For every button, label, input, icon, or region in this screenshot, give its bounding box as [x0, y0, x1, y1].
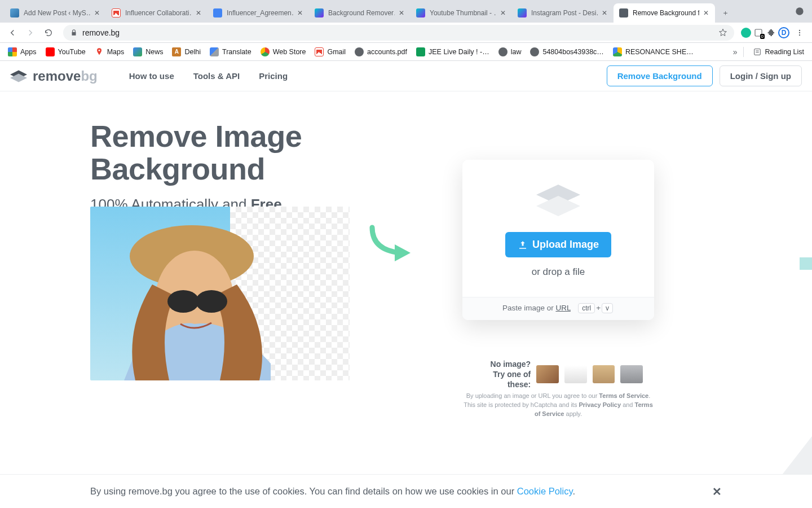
reading-list-button[interactable]: Reading List: [749, 45, 808, 59]
upload-button-label: Upload Image: [532, 239, 599, 251]
tab-title: Youtube Thumbnail - …: [430, 9, 496, 17]
chrome-menu-button[interactable]: [792, 25, 807, 41]
bookmark-jee[interactable]: JEE Live Daily ! -…: [413, 45, 493, 59]
forward-button: [23, 25, 38, 41]
browser-tab-active[interactable]: Remove Background f…✕: [614, 3, 715, 23]
browser-tab[interactable]: Instagram Post - Desi…✕: [512, 3, 614, 23]
bookmark-resonance[interactable]: RESONANCE SHE…: [610, 45, 697, 59]
pdf-icon: [530, 47, 539, 56]
kbd-v: v: [602, 303, 613, 313]
svg-rect-6: [754, 49, 760, 55]
tab-title: Background Remover…: [328, 9, 395, 17]
close-icon[interactable]: ✕: [92, 8, 102, 17]
browser-tab[interactable]: Influencer_Agreemen…✕: [208, 3, 309, 23]
new-tab-button[interactable]: ＋: [717, 5, 733, 21]
browser-tab[interactable]: Youtube Thumbnail - …✕: [411, 3, 512, 23]
cookie-close-button[interactable]: ✕: [712, 485, 722, 498]
bookmark-label: RESONANCE SHE…: [625, 48, 694, 56]
bookmark-label: accounts.pdf: [367, 48, 407, 56]
paste-hint-text: Paste image or: [502, 304, 556, 312]
url-link[interactable]: URL: [555, 304, 571, 312]
close-icon[interactable]: ✕: [194, 8, 203, 17]
drive-icon: [613, 47, 622, 56]
sample-image[interactable]: [536, 365, 559, 383]
nav-how-to-use[interactable]: How to use: [129, 71, 174, 81]
bookmark-label: Web Store: [273, 48, 306, 56]
bookmark-label: 54804bos43938c…: [542, 48, 603, 56]
profile-icon[interactable]: [794, 6, 805, 17]
site-logo[interactable]: removebg: [10, 68, 98, 84]
bookmark-delhi[interactable]: ADelhi: [169, 45, 204, 59]
bookmark-accounts[interactable]: accounts.pdf: [351, 45, 411, 59]
sample-prompt: No image? Try one of these:: [468, 359, 531, 390]
browser-tab[interactable]: Add New Post ‹ MyS…✕: [5, 3, 106, 23]
address-bar[interactable]: remove.bg: [63, 25, 734, 41]
bookmark-law[interactable]: law: [495, 45, 525, 59]
upload-image-button[interactable]: Upload Image: [505, 232, 611, 257]
bookmark-news[interactable]: News: [130, 45, 166, 59]
cookie-text: By using remove.bg you agree to the use …: [90, 486, 575, 497]
sample-image[interactable]: [564, 365, 587, 383]
sample-image[interactable]: [620, 365, 643, 383]
back-button[interactable]: [5, 25, 20, 41]
logo-icon: [10, 70, 27, 82]
bookmark-label: JEE Live Daily ! -…: [429, 48, 489, 56]
remove-background-button[interactable]: Remove Background: [607, 65, 713, 86]
profile-badge[interactable]: D: [778, 27, 789, 38]
browser-tab[interactable]: Background Remover…✕: [309, 3, 411, 23]
youtube-icon: [46, 47, 55, 56]
nav-pricing[interactable]: Pricing: [259, 71, 288, 81]
upload-card: Upload Image or drop a file Paste image …: [462, 160, 654, 320]
bookmark-webstore[interactable]: Web Store: [257, 45, 310, 59]
svg-point-12: [196, 290, 227, 313]
extension-icon[interactable]: 0: [753, 28, 764, 38]
browser-tab-strip: Add New Post ‹ MyS…✕ Influencer Collabor…: [0, 0, 812, 23]
bookmark-apps[interactable]: Apps: [5, 45, 40, 59]
reload-button[interactable]: [41, 25, 56, 41]
bookmark-54804[interactable]: 54804bos43938c…: [527, 45, 607, 59]
site-nav: How to use Tools & API Pricing: [129, 71, 288, 81]
login-signup-button[interactable]: Login / Sign up: [720, 65, 802, 86]
terms-link[interactable]: Terms of Service: [599, 392, 648, 399]
close-icon[interactable]: ✕: [295, 8, 304, 17]
logo-text-b: bg: [81, 68, 97, 84]
bookmark-youtube[interactable]: YouTube: [42, 45, 89, 59]
bookmark-label: YouTube: [58, 48, 86, 56]
upload-dropzone[interactable]: Upload Image or drop a file: [462, 160, 654, 297]
canva-icon: [518, 8, 527, 17]
star-icon[interactable]: [718, 28, 727, 37]
bookmark-maps[interactable]: Maps: [91, 45, 128, 59]
bookmarks-bar: Apps YouTube Maps News ADelhi Translate …: [0, 43, 812, 61]
page-title: Remove ImageBackground: [90, 120, 812, 186]
nav-tools-api[interactable]: Tools & API: [193, 71, 240, 81]
bookmarks-overflow[interactable]: »: [733, 47, 738, 56]
browser-tab[interactable]: Influencer Collaborati…✕: [106, 3, 208, 23]
favicon: [10, 8, 19, 17]
close-icon[interactable]: ✕: [397, 8, 406, 17]
sample-image[interactable]: [593, 365, 615, 383]
gmail-icon: [112, 8, 121, 17]
pdf-icon: [355, 47, 364, 56]
bookmark-gmail[interactable]: Gmail: [311, 45, 349, 59]
grammarly-icon[interactable]: [741, 28, 751, 38]
person-illustration: [102, 217, 288, 380]
svg-point-11: [167, 290, 199, 313]
tab-title: Add New Post ‹ MyS…: [24, 9, 90, 17]
close-icon[interactable]: ✕: [498, 8, 508, 17]
bookmark-translate[interactable]: Translate: [206, 45, 255, 59]
cookie-policy-link[interactable]: Cookie Policy: [517, 486, 573, 496]
demo-image: [90, 207, 350, 380]
docs-icon: [213, 8, 222, 17]
extensions-menu-icon[interactable]: [766, 28, 776, 38]
layers-icon: [536, 185, 580, 216]
svg-point-0: [796, 7, 803, 15]
pdf-icon: [498, 47, 508, 56]
bookmark-label: Apps: [20, 48, 37, 56]
close-icon[interactable]: ✕: [701, 8, 710, 17]
kbd-ctrl: ctrl: [578, 303, 595, 313]
removebg-icon: [619, 8, 628, 17]
upload-footer: Paste image or URL ctrl+v: [462, 297, 654, 320]
close-icon[interactable]: ✕: [600, 8, 609, 17]
bookmark-label: Translate: [222, 48, 251, 56]
privacy-link[interactable]: Privacy Policy: [579, 401, 621, 408]
